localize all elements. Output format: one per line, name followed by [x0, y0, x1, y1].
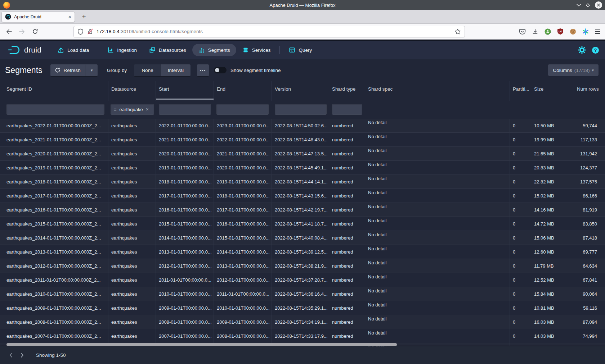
- group-by-label: Group by: [107, 68, 127, 73]
- nav-item-query[interactable]: Query: [283, 44, 318, 56]
- filter-input-version[interactable]: [275, 104, 327, 115]
- nav-item-datasources[interactable]: Datasources: [143, 44, 192, 56]
- previous-page-icon[interactable]: [6, 351, 15, 360]
- cell-shard-spec: No detail: [365, 133, 510, 146]
- nav-separator: [98, 46, 98, 54]
- table-row: earthquakes_2017-01-01T00:00:00.000Z_2..…: [0, 189, 605, 203]
- ublock-origin-icon[interactable]: UO: [557, 28, 564, 35]
- window-close-icon[interactable]: [595, 1, 602, 9]
- table-row: earthquakes_2012-01-01T00:00:00.000Z_2..…: [0, 259, 605, 273]
- insecure-lock-icon[interactable]: [87, 28, 94, 35]
- reload-icon[interactable]: [30, 26, 40, 37]
- filter-input-datasource[interactable]: =earthquake×: [111, 104, 154, 115]
- table-row: earthquakes_2019-01-01T00:00:00.000Z_2..…: [0, 161, 605, 175]
- cell-shard-type: numbered: [329, 217, 365, 231]
- new-tab-button[interactable]: +: [79, 12, 89, 22]
- cell-num-rows: 59,116: [574, 301, 605, 315]
- nav-item-load-data[interactable]: Load data: [51, 44, 95, 56]
- cell-shard-spec: No detail: [365, 315, 510, 329]
- filter-cell: [510, 101, 531, 119]
- cell-end: 2015-01-01T00:00:00.0...: [214, 231, 272, 245]
- filter-tag-value: earthquake: [120, 107, 143, 112]
- column-header-version[interactable]: Version: [272, 81, 329, 101]
- column-header-label: Shard spec: [368, 86, 393, 92]
- forward-icon[interactable]: [17, 26, 27, 37]
- table-row: earthquakes_2007-01-01T00:00:00.000Z_2..…: [0, 329, 605, 343]
- filter-tag-remove-icon[interactable]: ×: [146, 106, 149, 112]
- refresh-dropdown-button[interactable]: ▾: [86, 64, 98, 76]
- cell-start: 2007-01-01T00:00:00.0...: [156, 329, 214, 343]
- cell-datasource: earthquakes: [108, 161, 156, 174]
- table-header-row: Segment IDDatasourceStartEndVersionShard…: [0, 81, 605, 101]
- window-minimize-icon[interactable]: [576, 4, 581, 7]
- horizontal-scrollbar-thumb[interactable]: [6, 343, 397, 346]
- url-bar[interactable]: 172.18.0.4:30109/unified-console.html#se…: [73, 26, 465, 37]
- column-header-num-rows[interactable]: Num rows: [574, 81, 605, 101]
- nav-item-services[interactable]: Services: [236, 44, 277, 56]
- nav-item-ingestion[interactable]: Ingestion: [101, 44, 143, 56]
- column-header-size[interactable]: Size: [531, 81, 574, 101]
- druid-logo[interactable]: druid: [7, 45, 41, 55]
- group-by-none-button[interactable]: None: [134, 64, 161, 76]
- column-header-label: Segment ID: [6, 86, 32, 92]
- back-icon[interactable]: [4, 26, 14, 37]
- druid-logo-icon: [7, 45, 22, 55]
- cell-num-rows: 67,841: [574, 273, 605, 287]
- menu-hamburger-icon[interactable]: [595, 29, 601, 34]
- cell-version: 2022-08-15T14:50:02.6...: [272, 119, 329, 132]
- cell-shard-type: numbered: [329, 119, 365, 132]
- next-page-icon[interactable]: [18, 351, 27, 360]
- nav-item-segments[interactable]: Segments: [192, 44, 236, 56]
- help-icon[interactable]: ?: [592, 46, 599, 54]
- cell-num-rows: 83,850: [574, 217, 605, 231]
- column-header-partiti[interactable]: Partiti...: [510, 81, 531, 101]
- cell-start: 2016-01-01T00:00:00.0...: [156, 203, 214, 217]
- cell-partition: 0: [510, 217, 531, 231]
- browser-tab[interactable]: Apache Druid ×: [1, 12, 75, 22]
- asterisk-extension-icon[interactable]: [582, 28, 589, 35]
- filter-input-segment-id[interactable]: [6, 104, 104, 115]
- tab-bar: Apache Druid × +: [0, 10, 605, 24]
- cell-size: 12.52 MB: [531, 273, 574, 287]
- tab-close-icon[interactable]: ×: [68, 14, 71, 19]
- cell-datasource: earthquakes: [108, 231, 156, 245]
- cell-shard-spec: No detail: [365, 147, 510, 160]
- cell-end: 2018-01-01T00:00:00.0...: [214, 189, 272, 203]
- cell-size: 14.72 MB: [531, 217, 574, 231]
- url-text[interactable]: 172.18.0.4:30109/unified-console.html#se…: [97, 29, 454, 34]
- downloads-icon[interactable]: [532, 28, 538, 35]
- filter-input-shard-type[interactable]: [332, 104, 362, 115]
- cell-end: 2011-01-01T00:00:00.0...: [214, 287, 272, 301]
- query-icon: [289, 47, 295, 53]
- extension-green-icon[interactable]: [544, 28, 551, 35]
- column-header-start[interactable]: Start: [156, 81, 214, 101]
- filter-input-start[interactable]: [159, 104, 211, 115]
- column-header-segment-id[interactable]: Segment ID: [0, 81, 108, 101]
- cell-segment-id: earthquakes_2022-01-01T00:00:00.000Z_2..…: [0, 119, 108, 132]
- cell-partition: 0: [510, 133, 531, 146]
- cell-version: 2022-08-15T14:39:12.5...: [272, 245, 329, 259]
- columns-button[interactable]: Columns (17/18) ▾: [548, 64, 599, 76]
- table-row: earthquakes_2011-01-01T00:00:00.000Z_2..…: [0, 273, 605, 287]
- svg-text:UO: UO: [559, 30, 562, 33]
- more-options-button[interactable]: •••: [197, 64, 209, 76]
- settings-gear-icon[interactable]: [578, 46, 586, 54]
- group-by-interval-button[interactable]: Interval: [161, 64, 191, 76]
- column-header-shard-type[interactable]: Shard type: [329, 81, 365, 101]
- bookmark-star-icon[interactable]: [454, 28, 461, 35]
- cell-end: 2022-01-01T00:00:00.0...: [214, 133, 272, 146]
- window-maximize-icon[interactable]: [586, 3, 590, 8]
- cell-end: 2008-01-01T00:00:00.0...: [214, 329, 272, 343]
- segment-timeline-toggle[interactable]: [214, 67, 227, 73]
- column-header-shard-spec[interactable]: Shard spec: [365, 81, 510, 101]
- cell-segment-id: earthquakes_2011-01-01T00:00:00.000Z_2..…: [0, 273, 108, 287]
- filter-input-end[interactable]: [216, 104, 269, 115]
- cell-num-rows: 64,634: [574, 259, 605, 273]
- column-header-datasource[interactable]: Datasource: [108, 81, 156, 101]
- column-header-end[interactable]: End: [214, 81, 272, 101]
- services-icon: [242, 47, 249, 53]
- tracking-shield-icon[interactable]: [77, 28, 84, 35]
- cookie-extension-icon[interactable]: [570, 28, 576, 35]
- refresh-button[interactable]: Refresh: [50, 64, 86, 76]
- pocket-icon[interactable]: [519, 28, 526, 35]
